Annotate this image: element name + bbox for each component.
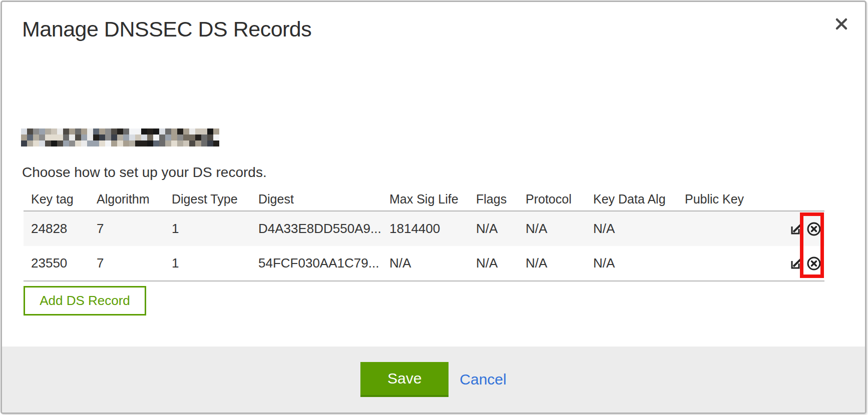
edit-record-button[interactable] [789,256,804,271]
redacted-domain-name [21,128,219,146]
cell-max-sig-life: 1814400 [389,221,476,236]
col-header-protocol: Protocol [526,192,593,206]
close-icon[interactable] [830,13,852,35]
col-header-key-data-alg: Key Data Alg [593,192,685,206]
edit-pencil-icon [789,222,803,236]
cancel-link[interactable]: Cancel [460,371,506,388]
instruction-text: Choose how to set up your DS records. [22,164,267,180]
cell-key-data-alg: N/A [593,221,685,236]
delete-record-button[interactable] [806,222,821,236]
cell-algorithm: 7 [97,221,172,236]
cell-max-sig-life: N/A [389,256,476,271]
cell-protocol: N/A [526,221,593,236]
cell-key-tag: 23550 [31,256,97,271]
edit-record-button[interactable] [789,222,804,236]
edit-pencil-icon [789,256,803,270]
cell-protocol: N/A [526,256,593,271]
page-title: Manage DNSSEC DS Records [22,17,311,42]
col-header-algorithm: Algorithm [97,192,172,206]
cell-algorithm: 7 [97,256,172,271]
cell-flags: N/A [476,221,526,236]
delete-x-circle-icon [806,222,821,236]
col-header-max-sig-life: Max Sig Life [389,192,476,206]
row-actions [778,256,824,271]
close-x-glyph [833,16,850,32]
col-header-flags: Flags [476,192,526,206]
delete-record-button[interactable] [806,256,821,271]
cell-digest-type: 1 [172,221,258,236]
table-header-row: Key tag Algorithm Digest Type Digest Max… [24,188,824,210]
col-header-digest-type: Digest Type [172,192,258,206]
manage-dnssec-modal: Manage DNSSEC DS Records Choose how to s… [1,0,866,414]
delete-x-circle-icon [806,256,821,271]
save-button[interactable]: Save [360,362,449,397]
cell-digest: 54FCF030AA1C79... [258,256,389,271]
cell-digest-type: 1 [172,256,258,271]
ds-records-table: Key tag Algorithm Digest Type Digest Max… [24,188,824,282]
modal-footer: Save Cancel [2,346,865,412]
cell-flags: N/A [476,256,526,271]
add-ds-record-button[interactable]: Add DS Record [24,286,146,316]
cell-key-data-alg: N/A [593,256,685,271]
col-header-digest: Digest [258,192,389,206]
table-row: 24828 7 1 D4A33E8DD550A9... 1814400 N/A … [24,212,824,246]
table-body: 24828 7 1 D4A33E8DD550A9... 1814400 N/A … [24,210,824,282]
row-actions [778,222,824,236]
cell-key-tag: 24828 [31,221,97,236]
table-row: 23550 7 1 54FCF030AA1C79... N/A N/A N/A … [24,246,824,280]
col-header-key-tag: Key tag [31,192,97,206]
col-header-public-key: Public Key [685,192,778,206]
cell-digest: D4A33E8DD550A9... [258,221,389,236]
